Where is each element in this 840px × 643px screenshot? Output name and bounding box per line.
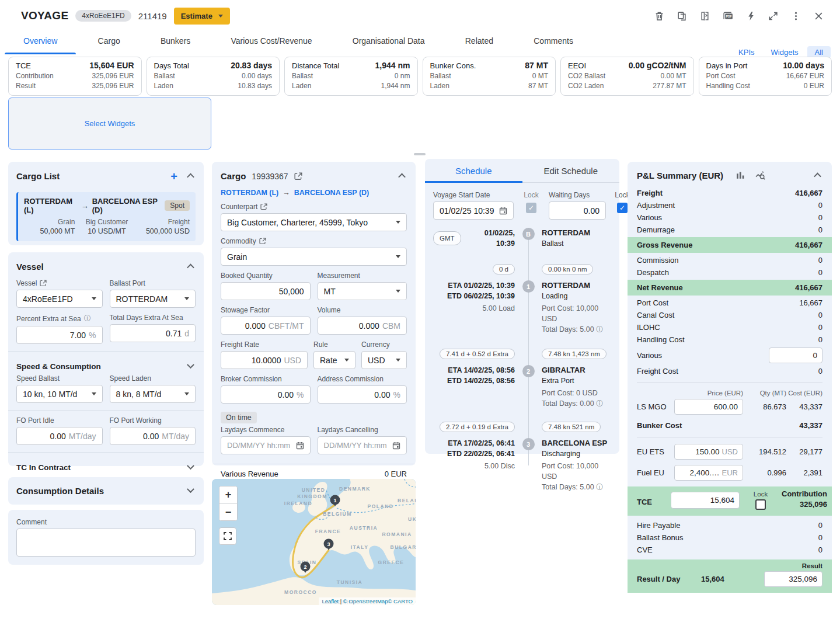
external-link-icon[interactable] (260, 203, 267, 210)
pnl-bar-chart-button[interactable] (734, 169, 747, 182)
openstreetmap-link[interactable]: © OpenStreetMap (343, 598, 388, 604)
address-commission-input[interactable]: 0.00% (318, 385, 407, 404)
close-button[interactable] (811, 9, 826, 23)
pnl-row-adjustment: Adjustment0 (628, 199, 832, 211)
map-label: ROMANIA (382, 531, 412, 537)
pnl-collapse-button[interactable] (813, 169, 822, 182)
cargo-panel-collapse-button[interactable] (397, 169, 407, 183)
pdf-export-button[interactable]: PDF (720, 9, 736, 23)
stop-marker: 1 (522, 280, 535, 293)
laydays-cancelling-input[interactable]: DD/MM/YY hh:mm (318, 436, 407, 454)
fuel-eu-price-input[interactable]: 2,400.…EUR (674, 465, 743, 481)
map-fullscreen-button[interactable] (219, 527, 236, 545)
measurement-select[interactable]: MT (318, 282, 407, 300)
leaflet-link[interactable]: Leaflet (322, 598, 339, 604)
speed-ballast-select[interactable]: 10 kn, 10 MT/d (16, 385, 103, 403)
tab-edit-schedule[interactable]: Edit Schedule (522, 159, 620, 182)
result-input[interactable]: 325,096 (764, 571, 822, 587)
estimate-button[interactable]: Estimate (174, 8, 230, 25)
tce-lock-checkbox[interactable] (755, 499, 766, 510)
tab-related[interactable]: Related (463, 32, 496, 54)
drag-handle[interactable] (414, 153, 426, 155)
route-discharge-port-link[interactable]: BARCELONA ESP (D) (294, 189, 369, 197)
result-band: Result Result / Day 15,604 325,096 (628, 559, 832, 593)
percent-extra-input[interactable]: 7.00% (16, 326, 103, 344)
tc-in-contract-collapse-button[interactable] (186, 461, 196, 474)
comment-input[interactable] (16, 529, 196, 557)
calendar-icon[interactable] (392, 442, 400, 450)
speed-consumption-collapse-button[interactable] (186, 360, 196, 373)
more-menu-button[interactable] (789, 9, 803, 23)
vessel-panel: Vessel Vessel 4xRoEeE1FD Ballast Port RO… (8, 252, 204, 466)
speed-laden-select[interactable]: 8 kn, 8 MT/d (110, 385, 196, 403)
pnl-analytics-button[interactable] (753, 169, 768, 182)
map-zoom-out-button[interactable]: − (219, 503, 237, 520)
route-map[interactable]: + − UNITED (212, 479, 416, 605)
carto-link[interactable]: © CARTO (388, 598, 413, 604)
voyage-start-date-input[interactable]: 01/02/25 10:39 (433, 201, 514, 220)
voyage-start-lock-checkbox[interactable]: ✓ (526, 203, 536, 213)
calendar-icon[interactable] (296, 442, 304, 450)
external-link-icon[interactable] (259, 238, 266, 245)
address-commission-label: Address Commission (318, 375, 384, 383)
waiting-days-lock-checkbox[interactable]: ✓ (617, 203, 628, 213)
pnl-row-various: Various0 (628, 211, 832, 224)
schedule-stop-extra-port[interactable]: ETA 14/02/25, 08:56 ETD 14/02/25, 08:56 … (433, 365, 611, 409)
waiting-days-input[interactable]: 0.00 (549, 201, 606, 220)
tce-input[interactable]: 15,604 (671, 492, 740, 509)
add-cargo-button[interactable]: + (168, 170, 180, 183)
schedule-stop-loading[interactable]: ETA 01/02/25, 10:39 ETD 06/02/25, 10:39 … (433, 280, 611, 335)
select-widgets-button[interactable]: Select Widgets (8, 98, 211, 150)
vessel-collapse-button[interactable] (186, 260, 196, 273)
percent-extra-label: Percent Extra at Sea (16, 315, 81, 323)
commodity-select[interactable]: Grain (221, 248, 407, 266)
cargo-card-quantity: 50,000 MT (24, 227, 75, 236)
consumption-details-collapse-button[interactable] (186, 484, 196, 498)
cargo-card[interactable]: ROTTERDAM (L) → BARCELONA ESP (D) Spot G… (16, 192, 196, 241)
vessel-select[interactable]: 4xRoEeE1FD (16, 290, 103, 308)
tab-cargo[interactable]: Cargo (96, 32, 123, 54)
tab-bunkers[interactable]: Bunkers (158, 32, 193, 54)
total-days-extra-input[interactable]: 0.71d (110, 324, 196, 342)
ballast-port-select[interactable]: ROTTERDAM (110, 290, 196, 308)
expand-button[interactable] (766, 9, 780, 23)
copy-button[interactable] (675, 9, 689, 23)
kpi-card-days-in-port: Days in Port10.00 days Port Cost16,667 E… (699, 57, 832, 96)
eu-ets-price-input[interactable]: 150.00USD (674, 444, 743, 460)
route-load-port-link[interactable]: ROTTERDAM (L) (221, 189, 278, 197)
fo-port-idle-input[interactable]: 0.00MT/day (16, 427, 103, 445)
stowage-factor-input[interactable]: 0.000CBFT/MT (221, 317, 311, 335)
compare-button[interactable] (698, 9, 712, 23)
external-link-icon[interactable] (294, 172, 302, 180)
cargo-list-collapse-button[interactable] (186, 169, 196, 183)
laydays-commence-input[interactable]: DD/MM/YY hh:mm (221, 436, 311, 454)
booked-quantity-input[interactable]: 50,000 (221, 282, 311, 300)
cargo-card-freight-value: 500,000 USD (139, 227, 190, 236)
broker-commission-input[interactable]: 0.00% (221, 385, 311, 404)
counterpart-select[interactable]: Big Customer, Charterer, 45999, Tokyo (221, 213, 407, 231)
tab-various-cost-revenue[interactable]: Various Cost/Revenue (229, 32, 315, 54)
tab-comments[interactable]: Comments (531, 32, 576, 54)
vessel-field-label: Vessel (16, 279, 37, 287)
freight-rate-input[interactable]: 10.0000USD (221, 351, 308, 369)
external-link-icon[interactable] (40, 280, 47, 287)
chevron-down-icon (218, 15, 223, 18)
fo-port-working-input[interactable]: 0.00MT/day (110, 427, 196, 445)
tab-organisational-data[interactable]: Organisational Data (350, 32, 427, 54)
pnl-various-input[interactable]: 0 (769, 347, 822, 363)
ls-mgo-price-input[interactable]: 600.00 (674, 399, 743, 415)
chevron-down-icon (187, 462, 194, 470)
map-zoom-in-button[interactable]: + (219, 486, 237, 503)
calendar-icon[interactable] (499, 207, 507, 215)
tab-schedule[interactable]: Schedule (425, 159, 522, 182)
currency-select[interactable]: USD (361, 351, 407, 369)
volume-input[interactable]: 0.000CBM (318, 317, 407, 335)
quick-actions-button[interactable] (744, 9, 758, 23)
delete-button[interactable] (652, 9, 667, 23)
schedule-stop-discharging[interactable]: ETA 17/02/25, 06:41 ETD 22/02/25, 06:41 … (433, 438, 611, 492)
svg-text:2: 2 (304, 564, 306, 570)
svg-text:3: 3 (327, 541, 330, 547)
rule-select[interactable]: Rate (313, 351, 355, 369)
schedule-stop-ballast[interactable]: GMT01/02/25, 10:39 B ROTTERDAM Ballast (433, 228, 611, 249)
tab-overview[interactable]: Overview (21, 32, 60, 54)
